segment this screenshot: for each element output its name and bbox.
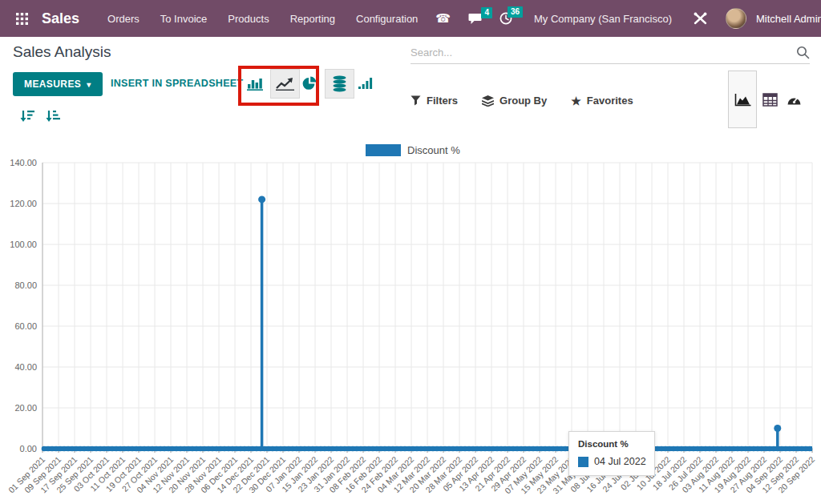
activities-badge: 36 — [508, 6, 523, 18]
favorites-label: Favorites — [587, 95, 633, 107]
funnel-icon — [410, 95, 421, 106]
data-point-peak — [774, 425, 781, 432]
y-axis-label: 20.00 — [14, 403, 37, 413]
legend-label: Discount % — [407, 144, 460, 156]
control-panel: Sales Analysis MEASURES ▾ INSERT IN SPRE… — [0, 37, 821, 136]
graph-view-button[interactable] — [728, 71, 757, 128]
nav-item-products[interactable]: Products — [217, 2, 279, 36]
discount-line-chart[interactable]: 0.0020.0040.0060.0080.00100.00120.00140.… — [0, 136, 821, 504]
database-stack-icon — [332, 75, 347, 92]
y-axis-label: 80.00 — [14, 280, 37, 290]
voip-phone-icon[interactable]: ☎ — [428, 6, 458, 30]
nav-item-to-invoice[interactable]: To Invoice — [150, 2, 218, 36]
nav-left: Sales Orders To Invoice Products Reporti… — [13, 2, 428, 36]
layers-icon — [482, 95, 494, 107]
line-chart-icon — [276, 77, 294, 91]
top-navbar: Sales Orders To Invoice Products Reporti… — [0, 0, 821, 37]
chart-area: 0.0020.0040.0060.0080.00100.00120.00140.… — [0, 136, 821, 504]
y-axis-label: 100.00 — [10, 240, 37, 249]
search-options-bar: Filters Group By ★ Favorites — [410, 95, 633, 107]
app-name[interactable]: Sales — [42, 10, 79, 27]
pie-chart-icon — [302, 76, 317, 91]
signal-bars-icon — [358, 77, 373, 89]
gauge-icon — [787, 93, 802, 107]
caret-down-icon: ▾ — [87, 80, 91, 89]
messages-badge: 4 — [481, 7, 492, 18]
y-axis-label: 40.00 — [14, 362, 37, 372]
avatar[interactable] — [726, 8, 746, 29]
stacked-option-button[interactable] — [325, 69, 354, 99]
messages-icon[interactable]: 4 — [461, 8, 489, 30]
bar-chart-icon — [247, 77, 263, 91]
chat-bubble-icon — [468, 13, 482, 25]
insert-in-spreadsheet-button[interactable]: INSERT IN SPREADSHEET — [111, 78, 243, 89]
sort-ascending-button[interactable] — [45, 109, 61, 127]
measures-button[interactable]: MEASURES ▾ — [13, 72, 103, 96]
legend-swatch-discount — [366, 144, 401, 156]
nav-item-reporting[interactable]: Reporting — [280, 2, 346, 36]
cumulative-option-button[interactable] — [358, 75, 374, 90]
search-icon[interactable] — [796, 46, 810, 59]
sort-amount-desc-icon — [19, 109, 35, 123]
nav-item-orders[interactable]: Orders — [97, 2, 150, 36]
y-axis-label: 0.00 — [20, 444, 37, 454]
sort-descending-button[interactable] — [19, 109, 35, 127]
pivot-view-button[interactable] — [762, 93, 778, 110]
filters-label: Filters — [427, 95, 458, 107]
chart-tooltip: Discount % 04 Jul 2022 — [568, 431, 655, 476]
page-title: Sales Analysis — [13, 43, 111, 61]
chart-legend[interactable]: Discount % — [366, 144, 460, 156]
area-chart-icon — [734, 93, 751, 107]
star-icon: ★ — [571, 95, 581, 107]
favorites-button[interactable]: ★ Favorites — [571, 95, 633, 107]
y-axis-label: 140.00 — [10, 158, 37, 167]
data-point-peak — [258, 196, 265, 203]
line-chart-view-button[interactable] — [270, 69, 300, 99]
tooltip-row: 04 Jul 2022 — [578, 456, 646, 467]
pie-chart-view-button[interactable] — [301, 75, 317, 91]
activities-icon[interactable]: 36 — [492, 7, 520, 30]
company-switcher[interactable]: My Company (San Francisco) — [523, 13, 683, 25]
nav-right: ☎ 4 36 My Company (San Francisco) Mitche — [428, 6, 821, 30]
search-input[interactable] — [410, 46, 796, 58]
tooltip-value: 04 Jul 2022 — [594, 456, 646, 467]
data-point — [807, 446, 813, 452]
grid-icon — [16, 13, 28, 25]
group-by-label: Group By — [499, 95, 547, 107]
user-menu[interactable]: Mitchell Admin — [756, 13, 821, 25]
search-bar — [410, 42, 810, 64]
sort-amount-asc-icon — [45, 109, 61, 123]
table-grid-icon — [762, 93, 778, 107]
debug-tools-icon[interactable] — [686, 7, 714, 30]
bar-chart-view-button[interactable] — [245, 75, 265, 91]
y-axis-label: 120.00 — [10, 199, 37, 208]
y-axis-label: 60.00 — [14, 321, 37, 331]
tooltip-title: Discount % — [578, 439, 646, 449]
wrench-screwdriver-icon — [694, 12, 707, 25]
filters-button[interactable]: Filters — [410, 95, 458, 107]
dashboard-view-button[interactable] — [787, 93, 802, 110]
tooltip-swatch — [578, 457, 588, 467]
apps-menu-icon[interactable] — [13, 10, 30, 27]
nav-item-configuration[interactable]: Configuration — [346, 2, 428, 36]
measures-label: MEASURES — [24, 79, 81, 90]
group-by-button[interactable]: Group By — [482, 95, 547, 107]
